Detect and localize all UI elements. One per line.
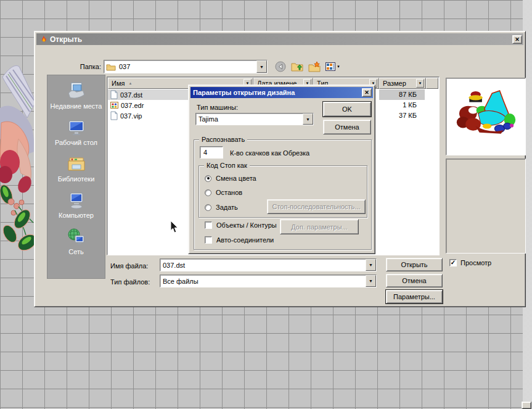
computer-icon — [66, 191, 87, 210]
flame-icon — [39, 35, 47, 44]
folder-combobox[interactable]: 037 ▼ — [104, 60, 268, 73]
design-preview-panel — [446, 78, 526, 155]
sidebar-item-label: Компьютер — [59, 212, 94, 219]
open-dialog-titlebar[interactable]: Открыть ✕ — [36, 33, 523, 45]
radio-label: Останов — [216, 189, 242, 196]
filename-value: 037.dst — [163, 262, 185, 269]
scrollbar-corner[interactable] — [522, 402, 531, 409]
jump-count-label: К-во скачков как Обрезка — [230, 149, 309, 157]
extra-params-button: Доп. параметры... — [280, 219, 359, 234]
desktop-icon — [66, 118, 87, 138]
radio-label: Задать — [216, 204, 238, 211]
ok-button[interactable]: OK — [323, 102, 371, 117]
document-icon — [110, 90, 118, 99]
sidebar-item-desktop[interactable]: Рабочий стол — [47, 118, 105, 146]
dialog-toolbar: ▼ — [275, 60, 340, 73]
sidebar-item-label: Рабочий стол — [55, 139, 97, 146]
document-icon — [110, 111, 118, 120]
cancel-button[interactable]: Отмена — [386, 274, 443, 287]
sidebar-item-network[interactable]: Сеть — [47, 227, 105, 255]
close-icon[interactable]: ✕ — [512, 35, 522, 44]
stop-sequence-button: Стоп-последовательность... — [267, 199, 366, 214]
embroidery-design-background — [0, 64, 36, 261]
file-size: 87 КБ — [379, 89, 425, 100]
file-size: 37 КБ — [379, 110, 425, 121]
recognize-group: Распознавать 4 К-во скачков как Обрезка … — [194, 139, 372, 250]
objects-contours-checkbox-row[interactable]: Объекты / Контуры — [205, 221, 277, 229]
radio-icon[interactable] — [205, 189, 211, 196]
sort-asc-icon: ▲ — [128, 81, 132, 85]
views-button[interactable]: ▼ — [325, 62, 340, 71]
checkbox-icon[interactable] — [205, 236, 212, 244]
design-info-panel — [446, 159, 526, 254]
params-dialog-titlebar[interactable]: Параметры открытия дизайна ✕ — [190, 87, 373, 98]
filetype-combobox[interactable]: Все файлы ▼ — [160, 275, 377, 287]
open-dialog-title: Открыть — [50, 35, 82, 44]
preview-checkbox-label: Просмотр — [460, 259, 491, 266]
back-icon[interactable] — [275, 61, 286, 72]
chevron-down-icon[interactable]: ▼ — [366, 275, 376, 287]
checkmark-icon[interactable]: ✓ — [449, 259, 457, 266]
radio-icon[interactable] — [205, 204, 211, 211]
recent-places-icon — [66, 80, 87, 101]
radio-color-change[interactable]: Смена цвета — [205, 175, 256, 182]
stop-code-group-label: Код Стоп как — [204, 162, 250, 169]
embroidery-preview-image — [454, 89, 518, 139]
column-filter-icon[interactable]: ▼ — [416, 79, 424, 88]
recognize-group-label: Распознавать — [199, 136, 247, 143]
checkbox-label: Объекты / Контуры — [216, 221, 277, 229]
checkbox-label: Авто-соединители — [216, 236, 274, 244]
sidebar-item-computer[interactable]: Компьютер — [47, 191, 105, 219]
checkbox-icon[interactable] — [205, 221, 212, 229]
radio-label: Смена цвета — [216, 175, 256, 182]
machine-type-combobox[interactable]: Tajima ▼ — [195, 113, 314, 125]
sidebar-item-label: Библиотеки — [58, 175, 95, 183]
libraries-icon — [65, 154, 88, 174]
up-one-level-icon[interactable] — [291, 61, 303, 72]
mouse-cursor-icon — [170, 220, 179, 235]
stop-code-group: Код Стоп как Смена цвета Останов Задать … — [198, 165, 367, 218]
network-icon — [66, 227, 87, 247]
folder-label: Папка: — [72, 63, 101, 70]
parameters-button[interactable]: Параметры... — [386, 290, 443, 304]
jump-count-field[interactable]: 4 — [200, 146, 223, 159]
machine-type-label: Тип машины: — [197, 104, 238, 111]
edr-file-icon — [110, 101, 118, 109]
places-sidebar: Недавние места Рабочий стол Библиотеки — [47, 75, 105, 279]
close-icon[interactable]: ✕ — [362, 88, 372, 97]
filename-label: Имя файла: — [110, 262, 148, 270]
file-name: 037.dst — [120, 91, 142, 99]
filetype-label: Тип файлов: — [110, 278, 150, 286]
preview-checkbox-row[interactable]: ✓ Просмотр — [449, 259, 491, 266]
embroidery-flowers-image — [0, 64, 36, 261]
column-header-filler — [426, 78, 438, 89]
auto-connectors-checkbox-row[interactable]: Авто-соединители — [205, 236, 274, 244]
sidebar-item-libraries[interactable]: Библиотеки — [47, 154, 105, 183]
chevron-down-icon[interactable]: ▼ — [256, 60, 267, 73]
radio-custom[interactable]: Задать — [205, 204, 238, 211]
folder-value: 037 — [119, 63, 130, 70]
filetype-value: Все файлы — [163, 278, 198, 285]
file-name: 037.edr — [121, 102, 144, 109]
chevron-down-icon[interactable]: ▼ — [366, 259, 376, 271]
sidebar-item-recent-places[interactable]: Недавние места — [47, 80, 105, 110]
folder-icon — [106, 63, 116, 71]
design-open-params-dialog: Параметры открытия дизайна ✕ Тип машины:… — [188, 85, 375, 254]
params-cancel-button[interactable]: Отмена — [323, 120, 371, 134]
sidebar-item-label: Недавние места — [51, 102, 102, 110]
params-dialog-title: Параметры открытия дизайна — [193, 89, 295, 96]
chevron-down-icon[interactable]: ▼ — [303, 114, 313, 125]
file-name: 037.vip — [120, 112, 142, 120]
file-size: 1 КБ — [379, 100, 425, 110]
new-folder-icon[interactable] — [308, 61, 321, 72]
chevron-down-icon: ▼ — [337, 65, 340, 68]
views-icon — [325, 62, 335, 71]
radio-stop[interactable]: Останов — [205, 189, 242, 196]
filename-combobox[interactable]: 037.dst ▼ — [160, 258, 377, 271]
sidebar-item-label: Сеть — [68, 248, 83, 255]
open-button[interactable]: Открыть — [386, 258, 443, 271]
column-header-size[interactable]: Размер ▼ — [379, 78, 426, 89]
machine-type-value: Tajima — [198, 115, 218, 123]
radio-selected-icon[interactable] — [205, 175, 211, 182]
